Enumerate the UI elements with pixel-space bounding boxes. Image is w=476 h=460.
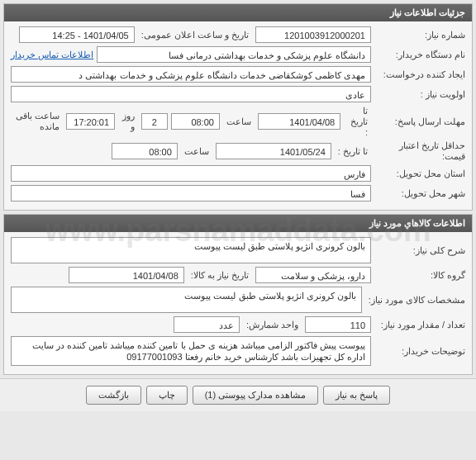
requester-field: مهدی کاظمی کوشکقاضی خدمات دانشگاه علوم پ…	[11, 66, 371, 83]
buyer-name-label: نام دستگاه خریدار:	[374, 50, 465, 60]
requester-label: ایجاد کننده درخواست:	[374, 69, 465, 80]
qty-field: 110	[305, 316, 371, 333]
unit-label: واحد شمارش:	[243, 320, 302, 330]
spec-field: بالون کرونری انژیو پلاستی طبق لیست پیوست	[11, 287, 362, 313]
attachments-button[interactable]: مشاهده مدارک پیوستی (1)	[193, 386, 319, 405]
reply-deadline-label: مهلت ارسال پاسخ:	[374, 116, 465, 127]
remain-time-field: 17:20:01	[66, 113, 115, 130]
print-button[interactable]: چاپ	[146, 386, 188, 405]
province-label: استان محل تحویل:	[374, 168, 465, 179]
group-field: دارو، پزشکی و سلامت	[255, 267, 371, 283]
reply-time-field: 08:00	[171, 113, 220, 130]
reply-time-label: ساعت	[223, 116, 255, 127]
city-label: شهر محل تحویل:	[374, 188, 465, 199]
spec-label: مشخصات کالای مورد نیاز:	[365, 295, 465, 306]
details-panel-title: جزئیات اطلاعات نیاز	[4, 4, 472, 21]
details-panel: جزئیات اطلاعات نیاز شماره نیاز: 12010039…	[3, 3, 473, 211]
unit-field: عدد	[174, 316, 240, 333]
items-panel: اطلاعات کالاهاي مورد نیاز شرح کلی نیاز: …	[3, 214, 473, 375]
valid-time-field: 08:00	[112, 143, 178, 159]
announce-label: تاریخ و ساعت اعلان عمومی:	[138, 30, 252, 40]
remain-days-label: روز و	[118, 111, 138, 132]
need-date-label: تاریخ نیاز به کالا:	[188, 270, 252, 281]
buyer-contact-link[interactable]: اطلاعات تماس خریدار	[11, 50, 93, 60]
to-date-label: تا تاریخ :	[344, 106, 371, 137]
desc-label: شرح کلی نیاز:	[374, 245, 465, 256]
reply-button[interactable]: پاسخ به نیاز	[323, 386, 390, 405]
buyer-name-field: دانشگاه علوم پزشکی و خدمات بهداشتی درمان…	[97, 46, 371, 63]
button-bar: پاسخ به نیاز مشاهده مدارک پیوستی (1) چاپ…	[0, 378, 476, 411]
announce-field: 1401/04/05 - 14:25	[19, 26, 135, 43]
valid-time-label: ساعت	[181, 146, 212, 157]
priority-label: اولویت نیاز :	[374, 89, 465, 100]
items-panel-title: اطلاعات کالاهاي مورد نیاز	[4, 215, 472, 232]
group-label: گروه کالا:	[374, 270, 465, 281]
valid-to-date-label: تا تاریخ :	[335, 146, 371, 157]
valid-date-field: 1401/05/24	[216, 143, 331, 159]
desc-field: بالون کرونری انژیو پلاستی طبق لیست پیوست	[11, 237, 371, 263]
priority-field: عادی	[11, 86, 371, 102]
notes-label: توضیحات خریدار:	[374, 346, 465, 357]
province-field: فارس	[11, 165, 371, 182]
need-number-field: 1201003912000201	[255, 26, 371, 43]
reply-date-field: 1401/04/08	[258, 113, 340, 130]
valid-min-label: حداقل تاریخ اعتبار قیمت:	[374, 140, 465, 162]
city-field: فسا	[11, 185, 371, 202]
back-button[interactable]: بازگشت	[86, 386, 141, 405]
need-number-label: شماره نیاز:	[374, 30, 465, 40]
remain-time-label: ساعت باقی مانده	[11, 111, 63, 132]
remain-days-field: 2	[141, 113, 168, 130]
need-date-field: 1401/04/08	[69, 267, 184, 283]
qty-label: تعداد / مقدار مورد نیاز:	[374, 320, 465, 330]
notes-field: پیوست پیش فاکتور الزامی میباشد هزینه ی ح…	[11, 336, 371, 366]
